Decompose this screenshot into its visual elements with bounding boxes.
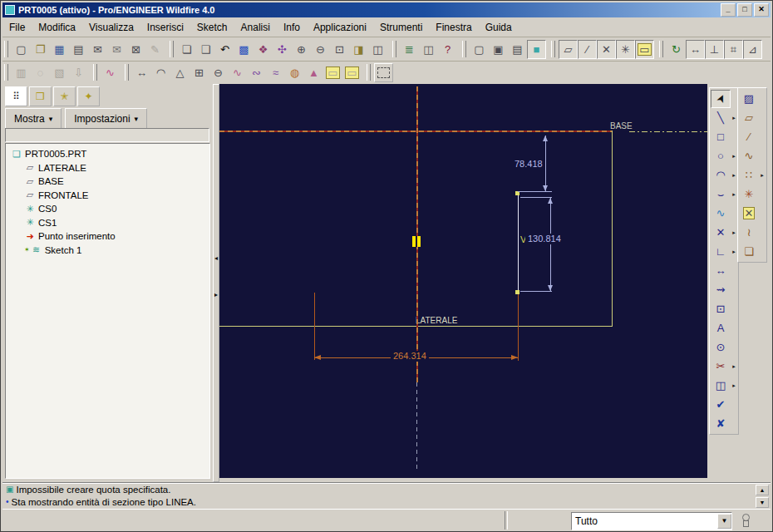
tree-item-cs1[interactable]: ✳CS1: [6, 216, 209, 230]
trim-tool-flyout-icon[interactable]: ▸: [731, 363, 737, 370]
zoom-out[interactable]: ⊖: [311, 40, 330, 59]
arc-tool[interactable]: ◠: [711, 166, 731, 185]
tab-model-tree[interactable]: ⠿: [5, 86, 27, 106]
orient-3d[interactable]: ❖: [254, 40, 273, 59]
toolbar-grip[interactable]: [392, 41, 396, 57]
sketch-line[interactable]: [518, 194, 519, 293]
view-manager[interactable]: ◫: [419, 40, 438, 59]
dim264-ext-right[interactable]: [518, 294, 519, 361]
toggle-csys[interactable]: ✳: [616, 40, 635, 59]
open-file[interactable]: ❐: [31, 40, 50, 59]
centerline-midpoint-handle[interactable]: [412, 236, 421, 247]
paste-clipboard[interactable]: ❑: [196, 40, 215, 59]
datum-csys-tool[interactable]: ✳: [739, 185, 759, 204]
toolbar-grip[interactable]: [659, 41, 663, 57]
base-datum-line[interactable]: [629, 131, 707, 132]
zoom-refit[interactable]: ⊡: [330, 40, 349, 59]
measure-angle[interactable]: △: [170, 63, 190, 82]
maximize-button[interactable]: □: [737, 3, 752, 17]
trim-tool[interactable]: ✂: [711, 357, 731, 376]
datum-point-tool[interactable]: ∷: [739, 166, 759, 185]
toggle-constraint-display[interactable]: ⊥: [705, 40, 724, 59]
menu-sketch[interactable]: Sketch: [190, 19, 234, 36]
menu-guida[interactable]: Guida: [479, 19, 519, 36]
spin-center[interactable]: ✣: [273, 40, 292, 59]
quit-button[interactable]: ✘: [711, 415, 731, 433]
menu-visualizza[interactable]: Visualizza: [82, 19, 140, 36]
dim78-value[interactable]: 78.418: [512, 159, 545, 170]
datum-curve-tool[interactable]: ∿: [739, 147, 759, 165]
tree-item-frontale[interactable]: ▱FRONTALE: [6, 189, 209, 203]
constrain-tool[interactable]: ⊡: [711, 300, 731, 318]
toggle-annotations[interactable]: ▭: [635, 40, 654, 59]
scroll-up-icon[interactable]: ▲: [756, 485, 769, 495]
modify-tool[interactable]: ⇝: [711, 281, 731, 299]
print[interactable]: ▤: [69, 40, 88, 59]
datum-point-tool-flyout-icon[interactable]: ▸: [759, 172, 766, 179]
measure-table[interactable]: ⊞: [190, 63, 209, 82]
toolbar-grip[interactable]: [93, 64, 97, 81]
dimension-tool[interactable]: ↔: [711, 262, 731, 280]
layers[interactable]: ≣: [400, 40, 419, 59]
tree-item-laterale[interactable]: ▱LATERALE: [6, 161, 209, 175]
tab-favorites[interactable]: ✭: [53, 86, 76, 106]
selection-filter-box[interactable]: [374, 63, 393, 82]
menu-strumenti[interactable]: Strumenti: [373, 19, 429, 36]
datum-plane-tool[interactable]: ▱: [739, 109, 759, 127]
repaint-view[interactable]: ▩: [234, 40, 254, 59]
undo[interactable]: ↶: [215, 40, 234, 59]
menu-file[interactable]: File: [2, 19, 32, 36]
tab-history[interactable]: ✦: [77, 86, 100, 106]
analysis-curve[interactable]: ∿: [228, 63, 247, 82]
toolbar-grip[interactable]: [462, 41, 466, 57]
use-edge-tool[interactable]: ≀: [739, 224, 759, 242]
orient-sketch[interactable]: ↻: [667, 40, 686, 59]
scroll-down-icon[interactable]: ▼: [756, 497, 769, 508]
dim78-line[interactable]: [545, 135, 546, 191]
toggle-datum-planes[interactable]: ▱: [559, 40, 578, 59]
tree-filter-bar[interactable]: [5, 128, 209, 142]
toolbar-grip[interactable]: [170, 41, 174, 57]
graphics-canvas[interactable]: BASE LATERALE V 78.418: [219, 84, 707, 478]
centerline-lower[interactable]: [416, 382, 417, 469]
line-tool[interactable]: ╲: [711, 109, 731, 127]
minimize-button[interactable]: _: [721, 3, 736, 17]
circle-tool[interactable]: ○: [711, 147, 731, 165]
arc-tool-flyout-icon[interactable]: ▸: [731, 172, 737, 179]
view-shaded[interactable]: ■: [527, 40, 546, 59]
chevron-down-icon[interactable]: ▼: [717, 514, 731, 529]
dim130-value[interactable]: 130.814: [525, 234, 564, 244]
collapse-left-icon[interactable]: ◂: [214, 249, 219, 268]
chamfer-tool-flyout-icon[interactable]: ▸: [731, 249, 737, 255]
measure-distance[interactable]: ↔: [132, 63, 151, 82]
spline-tool[interactable]: ∿: [711, 204, 731, 223]
toolbar-grip[interactable]: [551, 41, 555, 57]
dimension-reference[interactable]: ✕: [739, 204, 759, 223]
new-file[interactable]: ▢: [12, 40, 31, 59]
tab-folder-browser[interactable]: ❒: [29, 86, 52, 106]
selection-filter-combo[interactable]: Tutto ▼: [571, 512, 732, 530]
analysis-wave[interactable]: ≈: [266, 63, 285, 82]
menu-info[interactable]: Info: [277, 19, 307, 36]
panel-splitter[interactable]: ◂ ▸: [213, 84, 219, 482]
save-file[interactable]: ▦: [50, 40, 69, 59]
point-tool-flyout-icon[interactable]: ▸: [731, 229, 737, 236]
toggle-vertex-display[interactable]: ⊿: [743, 40, 762, 59]
menu-analisi[interactable]: Analisi: [234, 19, 277, 36]
send-mail[interactable]: ✉: [88, 40, 107, 59]
zoom-in[interactable]: ⊕: [292, 40, 311, 59]
rectangle-tool[interactable]: □: [711, 128, 731, 146]
insert-arrow[interactable]: ◨: [349, 40, 368, 59]
select-tool[interactable]: ➤: [711, 90, 731, 108]
base-datum-line-selected[interactable]: [219, 131, 612, 132]
view-no-hidden[interactable]: ▤: [508, 40, 527, 59]
analysis-cone[interactable]: ▲: [304, 63, 323, 82]
collapse-right-icon[interactable]: ▸: [214, 286, 219, 304]
tree-item-prt0005-prt[interactable]: ❏PRT0005.PRT: [6, 147, 209, 161]
tree-item-sketch-1[interactable]: ✶≋Sketch 1: [6, 244, 209, 258]
toggle-dim-display[interactable]: ↔: [686, 40, 705, 59]
menu-inserisci[interactable]: Inserisci: [140, 19, 190, 36]
fillet-tool-flyout-icon[interactable]: ▸: [731, 191, 737, 198]
annotation-note[interactable]: ◫: [368, 40, 387, 59]
line-tool-flyout-icon[interactable]: ▸: [731, 115, 737, 121]
